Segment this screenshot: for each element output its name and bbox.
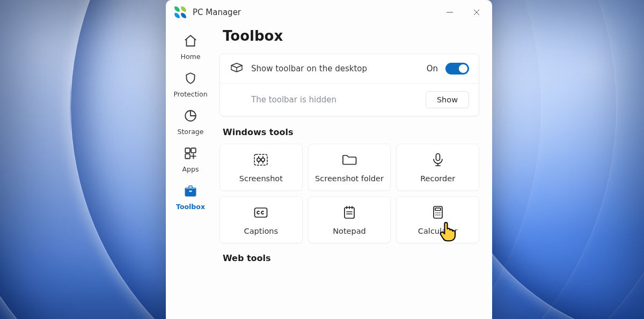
pie-icon [184,109,197,124]
sidebar-item-label: Toolbox [176,203,205,211]
calculator-icon [430,205,446,221]
windows-tools-grid: Screenshot Screenshot folder [219,144,479,243]
tool-notepad[interactable]: Notepad [308,196,391,243]
sidebar-item-label: Apps [182,165,199,173]
svg-rect-4 [185,148,190,153]
toggle-state-label: On [427,64,438,73]
sidebar-item-storage[interactable]: Storage [169,104,212,140]
sidebar-item-label: Home [181,53,201,61]
apps-icon [184,146,197,162]
svg-rect-15 [435,208,441,211]
section-title-windows-tools: Windows tools [223,127,479,137]
desktop-toolbar-toggle[interactable] [445,63,469,75]
show-toolbar-button[interactable]: Show [426,91,469,108]
titlebar: PC Manager [166,0,492,25]
tool-label: Calculator [418,227,458,235]
svg-rect-5 [191,148,196,153]
sidebar-item-label: Protection [173,90,207,98]
svg-point-19 [435,214,436,216]
notepad-icon [341,205,357,221]
tool-label: Screenshot folder [315,174,384,183]
svg-rect-7 [189,190,192,191]
app-title: PC Manager [193,8,241,17]
pc-manager-window: PC Manager Home Protection [166,0,492,319]
svg-rect-11 [436,153,440,160]
svg-rect-12 [255,208,267,217]
svg-point-18 [439,212,440,213]
tool-label: Recorder [420,174,455,183]
tool-screenshot[interactable]: Screenshot [219,144,303,191]
tool-label: Captions [244,227,279,235]
tool-calculator[interactable]: Calculator [396,196,479,243]
captions-icon [253,205,269,221]
toolbox-icon [184,184,197,199]
page-title: Toolbox [223,28,479,44]
tool-label: Notepad [333,227,366,235]
tool-label: Screenshot [239,174,283,183]
main-content: Toolbox Show toolbar on the desktop On [215,25,492,319]
svg-point-10 [261,158,265,161]
screenshot-icon [253,152,269,169]
section-title-web-tools: Web tools [223,253,479,263]
sidebar-item-label: Storage [178,128,204,136]
microphone-icon [430,152,446,169]
svg-point-9 [257,158,260,161]
svg-point-20 [437,214,438,216]
svg-point-17 [437,212,438,213]
sidebar-item-apps[interactable]: Apps [169,142,212,178]
home-icon [184,34,197,49]
close-button[interactable] [463,0,490,25]
app-logo-icon [174,6,186,18]
folder-icon [341,152,357,169]
desktop-toolbar-card: Show toolbar on the desktop On The toolb… [219,54,479,116]
sidebar-item-toolbox[interactable]: Toolbox [169,179,212,216]
tool-captions[interactable]: Captions [219,196,303,243]
sidebar-item-home[interactable]: Home [169,29,212,65]
tool-screenshot-folder[interactable]: Screenshot folder [308,144,391,191]
svg-point-21 [439,214,440,216]
svg-rect-6 [185,154,190,159]
minimize-button[interactable] [436,0,463,25]
svg-rect-13 [345,207,354,218]
toolbar-hidden-label: The toolbar is hidden [251,95,336,105]
sidebar-item-protection[interactable]: Protection [169,66,212,103]
svg-point-16 [435,212,436,213]
desktop-toolbar-label: Show toolbar on the desktop [251,64,367,73]
shield-icon [184,71,197,87]
sidebar: Home Protection Storage Apps [166,25,215,319]
toolbar-icon [230,62,244,76]
tool-recorder[interactable]: Recorder [396,144,479,191]
